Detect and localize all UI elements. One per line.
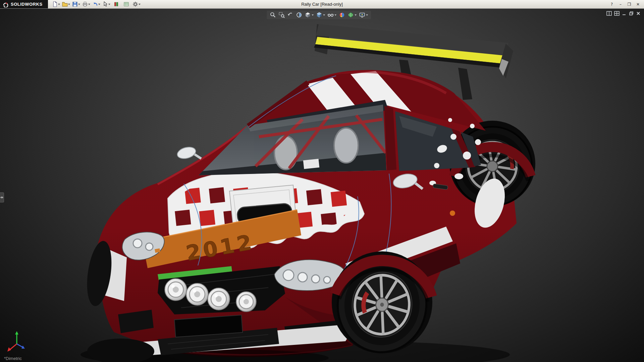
design-table-icon [123, 1, 129, 7]
edit-appearance-icon [339, 12, 345, 18]
view-toolbar [267, 11, 371, 19]
zoom-to-area-button[interactable] [278, 11, 285, 18]
dropdown-caret [68, 4, 70, 5]
undo-button[interactable] [92, 1, 101, 8]
expand-right-icon [2, 196, 3, 198]
options-button[interactable] [132, 1, 141, 8]
view-settings-button[interactable] [359, 11, 368, 18]
hide-show-items-button[interactable] [327, 11, 337, 18]
brand-text: SOLIDWORKS [11, 2, 43, 7]
panel-collapse-handle[interactable] [0, 192, 4, 202]
zoom-to-fit-button[interactable] [269, 11, 276, 18]
apply-scene-icon [347, 12, 354, 18]
design-table-button[interactable] [122, 1, 131, 8]
section-view-button[interactable] [296, 11, 303, 18]
four-view-button[interactable] [614, 11, 620, 16]
dropdown-caret [312, 14, 314, 16]
doc-restore-button[interactable] [629, 11, 634, 16]
instant3d-icon [113, 1, 119, 7]
front-grille[interactable] [158, 266, 285, 314]
orientation-triad [5, 329, 30, 353]
zoom-to-fit-icon [270, 12, 276, 18]
save-icon [72, 1, 78, 7]
zoom-to-area-icon [278, 12, 285, 18]
dropdown-caret [366, 14, 368, 16]
dropdown-caret [78, 4, 80, 5]
graphics-viewport[interactable]: 2012 [0, 9, 644, 362]
edit-appearance-button[interactable] [338, 11, 345, 18]
view-orientation-icon [305, 12, 311, 18]
save-button[interactable] [71, 1, 81, 8]
collapse-left-icon [0, 196, 2, 198]
apply-scene-button[interactable] [347, 11, 357, 18]
help-button[interactable]: ? [608, 1, 616, 8]
dropdown-caret [58, 4, 60, 5]
previous-view-button[interactable] [287, 11, 294, 18]
restore-icon [629, 11, 634, 16]
dropdown-caret [108, 4, 110, 5]
minimize-button[interactable]: – [616, 1, 625, 8]
four-view-icon [614, 11, 620, 16]
maximize-button[interactable]: ❐ [625, 1, 633, 8]
select-icon [102, 1, 108, 7]
options-icon [132, 1, 138, 7]
print-icon [82, 1, 88, 7]
view-orientation-label: *Dimetric [4, 356, 22, 361]
title-bar: SOLIDWORKS [0, 0, 644, 9]
section-view-icon [296, 12, 302, 18]
display-style-button[interactable] [316, 11, 325, 18]
interior-white-box [303, 159, 319, 169]
select-button[interactable] [102, 1, 111, 8]
open-icon [62, 1, 68, 7]
window-controls: ? – ❐ ✕ [608, 1, 644, 8]
3ds-logo-icon [3, 1, 9, 7]
car-3d-view[interactable]: 2012 [0, 9, 644, 362]
dropdown-caret [98, 4, 100, 5]
new-document-icon [52, 1, 58, 7]
dropdown-caret [355, 14, 357, 16]
dropdown-caret [323, 14, 325, 16]
dropdown-caret [88, 4, 90, 5]
dropdown-caret [334, 14, 336, 16]
close-button[interactable]: ✕ [634, 1, 642, 8]
doc-close-button[interactable] [636, 11, 641, 16]
display-style-icon [316, 12, 322, 18]
open-button[interactable] [61, 1, 71, 8]
document-window-controls [606, 11, 641, 16]
undo-icon [92, 1, 98, 7]
view-orientation-button[interactable] [304, 11, 314, 18]
main-toolbar [48, 1, 141, 8]
split-view-icon [606, 11, 612, 16]
minimize-icon [622, 11, 627, 16]
close-icon [636, 11, 641, 16]
split-view-button[interactable] [606, 11, 612, 16]
previous-view-icon [287, 12, 293, 18]
orange-dot [450, 210, 455, 216]
view-settings-icon [359, 12, 365, 18]
doc-minimize-button[interactable] [622, 11, 627, 16]
print-button[interactable] [82, 1, 91, 8]
instant3d-button[interactable] [112, 1, 121, 8]
solidworks-logo: SOLIDWORKS [0, 0, 48, 8]
hide-show-items-icon [327, 12, 334, 18]
new-document-button[interactable] [51, 1, 61, 8]
dropdown-caret [139, 4, 141, 5]
